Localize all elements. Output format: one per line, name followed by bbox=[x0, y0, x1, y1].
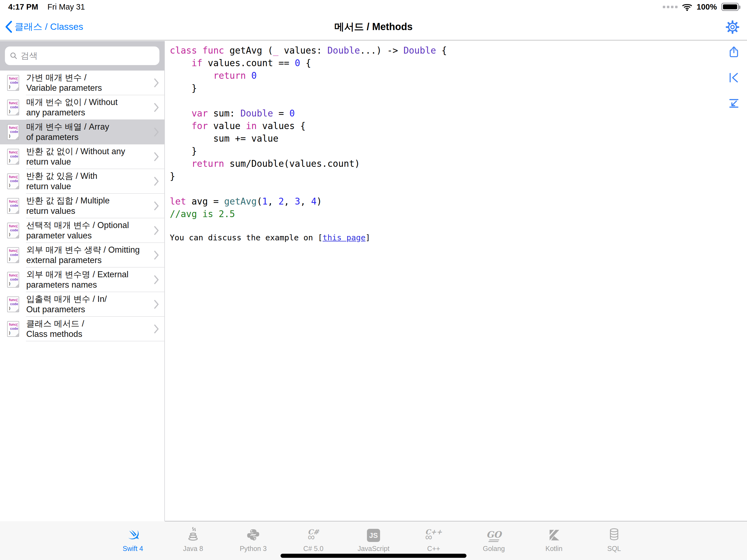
cellular-dots-icon bbox=[663, 6, 677, 8]
chevron-right-icon bbox=[154, 300, 159, 309]
item-title-english: parameter values bbox=[26, 230, 129, 241]
battery-percent: 100% bbox=[697, 2, 717, 11]
collapse-arrow-icon bbox=[728, 97, 740, 109]
chevron-right-icon bbox=[154, 78, 159, 87]
code-line: if values.count == 0 { bbox=[170, 57, 747, 70]
sidebar-item[interactable]: func{code} 가변 매개 변수 / Variable parameter… bbox=[0, 71, 164, 95]
func-code-icon: func{code} bbox=[7, 321, 19, 337]
code-line: let avg = getAvg(1, 2, 3, 4) bbox=[170, 195, 747, 208]
code-line bbox=[170, 95, 747, 107]
item-title-english: return values bbox=[26, 206, 110, 216]
code-block: class func getAvg (_ values: Double...) … bbox=[165, 41, 747, 221]
sidebar-item[interactable]: func{code} 클래스 메서드 / Class methods bbox=[0, 316, 164, 341]
func-code-icon: func{code} bbox=[7, 223, 19, 238]
search-icon bbox=[10, 52, 18, 60]
func-code-icon: func{code} bbox=[7, 173, 19, 189]
javascript-icon: JS bbox=[367, 525, 380, 542]
wifi-icon bbox=[682, 3, 692, 11]
main-content: class func getAvg (_ values: Double...) … bbox=[165, 41, 747, 521]
func-code-icon: func{code} bbox=[7, 247, 19, 263]
collapse-left-button[interactable] bbox=[727, 97, 741, 110]
discussion-suffix: ] bbox=[366, 233, 370, 242]
chevron-right-icon bbox=[154, 226, 159, 235]
item-title-english: Variable parameters bbox=[26, 83, 102, 93]
sidebar-item[interactable]: func{code} 외부 매개 변수 생략 / Omitting extern… bbox=[0, 243, 164, 268]
sidebar-item[interactable]: func{code} 입출력 매개 변수 / In/ Out parameter… bbox=[0, 292, 164, 316]
code-line: for value in values { bbox=[170, 120, 747, 132]
share-icon bbox=[728, 46, 740, 58]
sidebar-item[interactable]: func{code} 선택적 매개 변수 / Optional paramete… bbox=[0, 218, 164, 243]
item-title-korean: 매개 변수 배열 / Array bbox=[26, 122, 109, 132]
chevron-right-icon bbox=[154, 103, 159, 112]
sidebar: func{code} 가변 매개 변수 / Variable parameter… bbox=[0, 41, 165, 521]
skip-to-start-icon bbox=[728, 72, 740, 83]
sidebar-list: func{code} 가변 매개 변수 / Variable parameter… bbox=[0, 71, 164, 341]
item-title-korean: 클래스 메서드 / bbox=[26, 319, 84, 329]
sidebar-item[interactable]: func{code} 매개 변수 배열 / Array of parameter… bbox=[0, 120, 164, 144]
func-code-icon: func{code} bbox=[7, 75, 19, 91]
tab-swift-4[interactable]: Swift 4 bbox=[103, 525, 163, 553]
item-title-korean: 선택적 매개 변수 / Optional bbox=[26, 220, 129, 230]
golang-icon: GO bbox=[486, 525, 501, 542]
chevron-right-icon bbox=[154, 275, 159, 284]
func-code-icon: func{code} bbox=[7, 297, 19, 312]
sidebar-item[interactable]: func{code} 외부 매개 변수명 / External paramete… bbox=[0, 268, 164, 292]
swift-icon bbox=[126, 525, 140, 542]
nav-bar: 클래스 / Classes 메서드 / Methods bbox=[0, 14, 747, 41]
tab-label: Swift 4 bbox=[123, 545, 143, 553]
func-code-icon: func{code} bbox=[7, 149, 19, 164]
search-field[interactable] bbox=[5, 47, 159, 65]
code-line: return 0 bbox=[170, 70, 747, 82]
code-line: var sum: Double = 0 bbox=[170, 107, 747, 120]
func-code-icon: func{code} bbox=[7, 272, 19, 288]
tab-golang[interactable]: GO Golang bbox=[464, 525, 524, 553]
code-line: } bbox=[170, 145, 747, 157]
tab-label: SQL bbox=[607, 545, 621, 553]
tab-java-8[interactable]: Java 8 bbox=[163, 525, 223, 553]
settings-button[interactable] bbox=[726, 20, 739, 34]
chevron-right-icon bbox=[154, 251, 159, 260]
item-title-english: any parameters bbox=[26, 107, 118, 118]
code-line bbox=[170, 183, 747, 195]
item-title-korean: 반환 값 집합 / Multiple bbox=[26, 196, 110, 206]
func-code-icon: func{code} bbox=[7, 198, 19, 214]
this-page-link[interactable]: this page bbox=[323, 233, 366, 242]
tab-kotlin[interactable]: Kotlin bbox=[524, 525, 584, 553]
item-title-korean: 반환 값 있음 / With bbox=[26, 171, 97, 181]
item-title-english: of parameters bbox=[26, 132, 109, 143]
share-button[interactable] bbox=[727, 45, 741, 58]
tab-label: C# 5.0 bbox=[303, 545, 324, 553]
item-title-korean: 반환 값 없이 / Without any bbox=[26, 146, 125, 157]
cpp-icon: C++ ∞ bbox=[425, 525, 442, 542]
item-title-korean: 외부 매개 변수 생략 / Omitting bbox=[26, 245, 140, 255]
tab-label: Kotlin bbox=[545, 545, 563, 553]
python-icon bbox=[246, 525, 260, 542]
item-title-english: return value bbox=[26, 157, 125, 167]
code-line: } bbox=[170, 170, 747, 183]
code-line: //avg is 2.5 bbox=[170, 208, 747, 221]
tab-sql[interactable]: SQL bbox=[584, 525, 644, 553]
item-title-english: return value bbox=[26, 181, 97, 192]
search-input[interactable] bbox=[21, 51, 154, 61]
sidebar-item[interactable]: func{code} 매개 번수 없이 / Without any parame… bbox=[0, 95, 164, 120]
tab-label: Python 3 bbox=[240, 545, 267, 553]
code-line: sum += value bbox=[170, 132, 747, 145]
item-title-english: parameters names bbox=[26, 280, 129, 290]
tab-label: JavaScript bbox=[358, 545, 390, 553]
tab-label: Java 8 bbox=[183, 545, 203, 553]
sidebar-item[interactable]: func{code} 반환 값 있음 / With return value bbox=[0, 169, 164, 194]
sidebar-item[interactable]: func{code} 반환 값 없이 / Without any return … bbox=[0, 144, 164, 169]
tab-cpp[interactable]: C++ ∞ C++ bbox=[404, 525, 464, 553]
discussion-text: You can discuss the example on [this pag… bbox=[170, 233, 747, 242]
chevron-right-icon bbox=[154, 324, 159, 334]
sidebar-item[interactable]: func{code} 반환 값 집합 / Multiple return val… bbox=[0, 194, 164, 218]
tab-python-3[interactable]: Python 3 bbox=[223, 525, 283, 553]
chevron-right-icon bbox=[154, 152, 159, 161]
skip-to-start-button[interactable] bbox=[727, 71, 741, 84]
tab-javascript[interactable]: JS JavaScript bbox=[343, 525, 404, 553]
item-title-korean: 입출력 매개 변수 / In/ bbox=[26, 294, 107, 304]
status-time: 4:17 PM bbox=[8, 2, 38, 11]
tab-csharp-5[interactable]: C# ∞ C# 5.0 bbox=[283, 525, 343, 553]
gear-icon bbox=[726, 20, 739, 34]
home-indicator[interactable] bbox=[281, 554, 466, 558]
